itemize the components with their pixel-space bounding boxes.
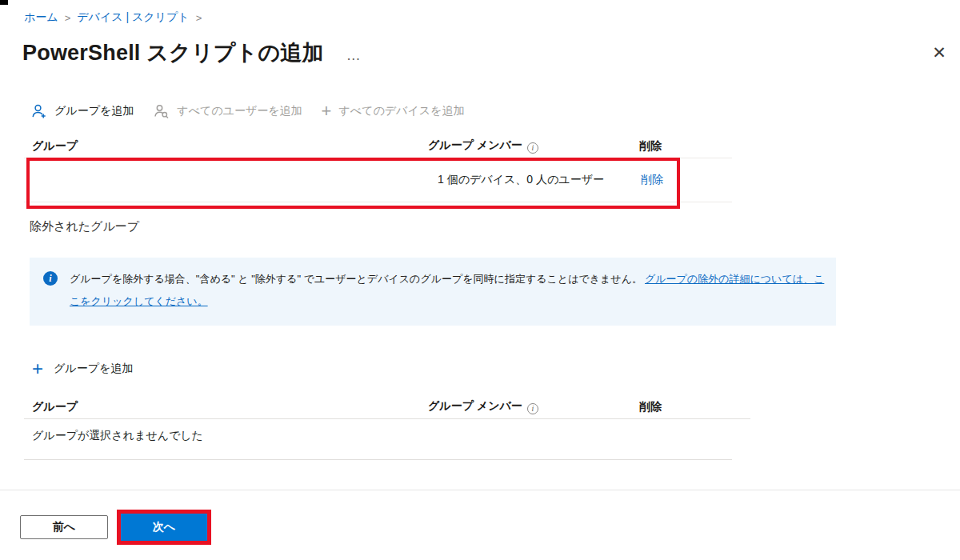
toolbar: グループを追加 すべてのユーザーを追加 + すべてのデバイスを追加 (30, 99, 464, 123)
breadcrumb-link-home[interactable]: ホーム (24, 10, 58, 25)
excluded-table-header: グループ グループ メンバーi 削除 (24, 395, 750, 419)
add-all-devices-label: すべてのデバイスを追加 (338, 104, 464, 118)
excluded-groups-title: 除外されたグループ (30, 219, 139, 234)
add-excluded-group-label: グループを追加 (54, 362, 133, 376)
person-add-icon (30, 103, 47, 120)
plus-icon: + (322, 103, 332, 119)
info-banner-message: グループを除外する場合、"含める" と "除外する" でユーザーとデバイスのグル… (70, 273, 642, 285)
info-icon[interactable]: i (527, 142, 538, 154)
add-group-button[interactable]: グループを追加 (30, 103, 134, 120)
column-header-members: グループ メンバーi (428, 138, 636, 154)
footer-divider (0, 490, 960, 490)
add-all-users-button[interactable]: すべてのユーザーを追加 (153, 103, 302, 120)
group-members-value: 1 個のデバイス、0 人のユーザー (428, 173, 636, 187)
chevron-right-icon: > (196, 12, 202, 24)
next-button[interactable]: 次へ (121, 514, 207, 541)
included-table-header: グループ グループ メンバーi 削除 (24, 134, 732, 158)
empty-state-text: グループが選択されませんでした (24, 419, 732, 460)
corner-artifact (0, 0, 8, 5)
info-banner: i グループを除外する場合、"含める" と "除外する" でユーザーとデバイスの… (30, 258, 836, 326)
column-header-remove: 削除 (636, 139, 732, 154)
add-all-devices-button[interactable]: + すべてのデバイスを追加 (322, 103, 465, 119)
annotation-highlight-next-button: 次へ (117, 510, 211, 545)
info-icon[interactable]: i (527, 403, 538, 414)
plus-icon: + (32, 360, 43, 378)
previous-button[interactable]: 前へ (20, 515, 108, 539)
page-title: PowerShell スクリプトの追加 (22, 38, 324, 67)
more-options-icon[interactable]: … (346, 47, 362, 64)
column-header-members: グループ メンバーi (428, 399, 636, 414)
close-icon[interactable]: ✕ (928, 42, 950, 64)
remove-group-link[interactable]: 削除 (636, 173, 732, 187)
included-groups-table: グループ グループ メンバーi 削除 1 個のデバイス、0 人のユーザー 削除 (24, 134, 732, 202)
chevron-right-icon: > (65, 12, 71, 24)
column-header-group: グループ (24, 139, 428, 154)
table-row: 1 個のデバイス、0 人のユーザー 削除 (24, 158, 732, 202)
column-header-remove: 削除 (636, 400, 750, 414)
excluded-groups-table: グループ グループ メンバーi 削除 グループが選択されませんでした (24, 395, 732, 460)
info-icon: i (43, 271, 58, 286)
add-group-label: グループを追加 (54, 104, 134, 118)
breadcrumb: ホーム > デバイス | スクリプト > (24, 10, 202, 25)
person-search-icon (153, 103, 170, 120)
add-powershell-script-panel: ホーム > デバイス | スクリプト > ✕ PowerShell スクリプトの… (0, 0, 960, 560)
add-all-users-label: すべてのユーザーを追加 (177, 104, 302, 118)
breadcrumb-link-devices-scripts[interactable]: デバイス | スクリプト (77, 10, 189, 25)
title-row: PowerShell スクリプトの追加 … (22, 38, 362, 67)
column-header-group: グループ (24, 400, 428, 414)
info-banner-text: グループを除外する場合、"含める" と "除外する" でユーザーとデバイスのグル… (70, 268, 830, 313)
add-excluded-group-link[interactable]: + グループを追加 (32, 360, 133, 378)
